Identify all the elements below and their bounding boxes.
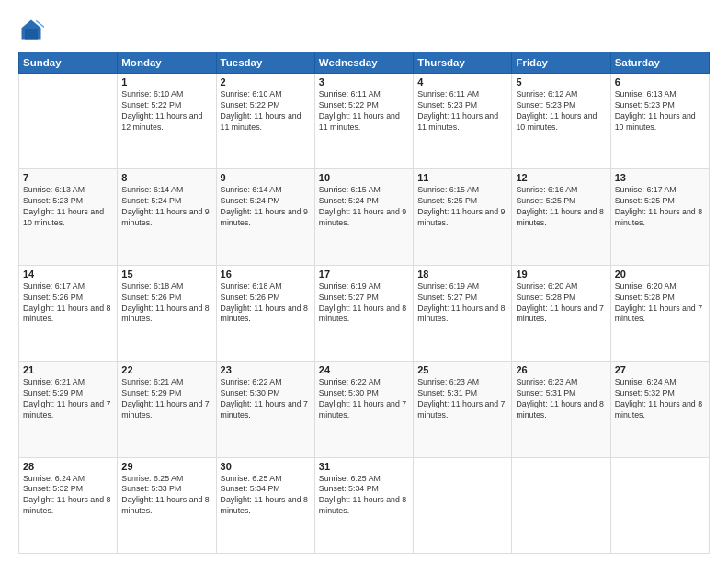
day-cell: 20Sunrise: 6:20 AMSunset: 5:28 PMDayligh… xyxy=(610,265,709,361)
day-info: Sunrise: 6:22 AMSunset: 5:30 PMDaylight:… xyxy=(319,377,409,421)
page: SundayMondayTuesdayWednesdayThursdayFrid… xyxy=(0,0,728,563)
day-info: Sunrise: 6:19 AMSunset: 5:27 PMDaylight:… xyxy=(319,282,409,326)
col-header-thursday: Thursday xyxy=(414,52,512,74)
day-info: Sunrise: 6:20 AMSunset: 5:28 PMDaylight:… xyxy=(615,282,705,326)
day-number: 31 xyxy=(319,461,409,472)
day-number: 30 xyxy=(221,461,311,472)
day-number: 23 xyxy=(221,364,311,375)
header xyxy=(18,17,710,42)
day-number: 19 xyxy=(516,269,606,280)
logo-icon xyxy=(18,17,44,42)
day-cell: 27Sunrise: 6:24 AMSunset: 5:32 PMDayligh… xyxy=(610,362,709,457)
logo xyxy=(18,17,48,42)
day-number: 20 xyxy=(615,269,705,280)
day-cell: 4Sunrise: 6:11 AMSunset: 5:23 PMDaylight… xyxy=(414,74,512,169)
day-cell: 2Sunrise: 6:10 AMSunset: 5:22 PMDaylight… xyxy=(216,74,314,169)
day-number: 22 xyxy=(121,364,211,375)
day-info: Sunrise: 6:21 AMSunset: 5:29 PMDaylight:… xyxy=(121,377,211,421)
day-number: 15 xyxy=(121,269,211,280)
day-info: Sunrise: 6:20 AMSunset: 5:28 PMDaylight:… xyxy=(516,282,606,326)
day-info: Sunrise: 6:25 AMSunset: 5:34 PMDaylight:… xyxy=(221,474,311,518)
week-row-2: 7Sunrise: 6:13 AMSunset: 5:23 PMDaylight… xyxy=(19,169,710,265)
day-cell: 10Sunrise: 6:15 AMSunset: 5:24 PMDayligh… xyxy=(314,169,413,265)
day-cell: 24Sunrise: 6:22 AMSunset: 5:30 PMDayligh… xyxy=(314,362,413,457)
week-row-1: 1Sunrise: 6:10 AMSunset: 5:22 PMDaylight… xyxy=(19,74,710,169)
day-info: Sunrise: 6:22 AMSunset: 5:30 PMDaylight:… xyxy=(221,377,311,421)
day-info: Sunrise: 6:10 AMSunset: 5:22 PMDaylight:… xyxy=(121,89,211,133)
day-info: Sunrise: 6:10 AMSunset: 5:22 PMDaylight:… xyxy=(221,89,311,133)
day-number: 2 xyxy=(221,76,311,87)
day-info: Sunrise: 6:23 AMSunset: 5:31 PMDaylight:… xyxy=(417,377,507,421)
week-row-4: 21Sunrise: 6:21 AMSunset: 5:29 PMDayligh… xyxy=(19,362,710,457)
week-row-5: 28Sunrise: 6:24 AMSunset: 5:32 PMDayligh… xyxy=(19,457,710,553)
day-number: 24 xyxy=(319,364,409,375)
day-number: 6 xyxy=(615,76,705,87)
day-number: 29 xyxy=(121,461,211,472)
day-info: Sunrise: 6:11 AMSunset: 5:23 PMDaylight:… xyxy=(417,89,507,133)
day-cell: 7Sunrise: 6:13 AMSunset: 5:23 PMDaylight… xyxy=(19,169,118,265)
day-cell: 8Sunrise: 6:14 AMSunset: 5:24 PMDaylight… xyxy=(118,169,216,265)
day-info: Sunrise: 6:25 AMSunset: 5:33 PMDaylight:… xyxy=(121,474,211,518)
day-number: 16 xyxy=(221,269,311,280)
col-header-saturday: Saturday xyxy=(610,52,709,74)
day-number: 17 xyxy=(319,269,409,280)
day-cell: 9Sunrise: 6:14 AMSunset: 5:24 PMDaylight… xyxy=(216,169,314,265)
header-row: SundayMondayTuesdayWednesdayThursdayFrid… xyxy=(19,52,710,74)
day-number: 25 xyxy=(417,364,507,375)
day-cell: 18Sunrise: 6:19 AMSunset: 5:27 PMDayligh… xyxy=(414,265,512,361)
day-number: 21 xyxy=(23,364,113,375)
day-cell: 31Sunrise: 6:25 AMSunset: 5:34 PMDayligh… xyxy=(314,457,413,553)
day-number: 28 xyxy=(23,461,113,472)
day-cell: 28Sunrise: 6:24 AMSunset: 5:32 PMDayligh… xyxy=(19,457,118,553)
col-header-tuesday: Tuesday xyxy=(216,52,314,74)
col-header-sunday: Sunday xyxy=(19,52,118,74)
day-cell: 30Sunrise: 6:25 AMSunset: 5:34 PMDayligh… xyxy=(216,457,314,553)
col-header-wednesday: Wednesday xyxy=(314,52,413,74)
day-cell: 13Sunrise: 6:17 AMSunset: 5:25 PMDayligh… xyxy=(610,169,709,265)
day-number: 9 xyxy=(221,172,311,183)
day-number: 5 xyxy=(516,76,606,87)
day-cell xyxy=(512,457,610,553)
day-info: Sunrise: 6:25 AMSunset: 5:34 PMDaylight:… xyxy=(319,474,409,518)
day-cell: 6Sunrise: 6:13 AMSunset: 5:23 PMDaylight… xyxy=(610,74,709,169)
day-cell: 17Sunrise: 6:19 AMSunset: 5:27 PMDayligh… xyxy=(314,265,413,361)
day-number: 7 xyxy=(23,172,113,183)
day-cell: 1Sunrise: 6:10 AMSunset: 5:22 PMDaylight… xyxy=(118,74,216,169)
day-cell xyxy=(19,74,118,169)
day-number: 10 xyxy=(319,172,409,183)
day-cell: 15Sunrise: 6:18 AMSunset: 5:26 PMDayligh… xyxy=(118,265,216,361)
day-info: Sunrise: 6:14 AMSunset: 5:24 PMDaylight:… xyxy=(221,185,311,229)
calendar-table: SundayMondayTuesdayWednesdayThursdayFrid… xyxy=(18,52,710,554)
day-info: Sunrise: 6:18 AMSunset: 5:26 PMDaylight:… xyxy=(121,282,211,326)
day-info: Sunrise: 6:11 AMSunset: 5:22 PMDaylight:… xyxy=(319,89,409,133)
day-cell: 14Sunrise: 6:17 AMSunset: 5:26 PMDayligh… xyxy=(19,265,118,361)
day-info: Sunrise: 6:23 AMSunset: 5:31 PMDaylight:… xyxy=(516,377,606,421)
day-number: 3 xyxy=(319,76,409,87)
day-info: Sunrise: 6:18 AMSunset: 5:26 PMDaylight:… xyxy=(221,282,311,326)
day-info: Sunrise: 6:17 AMSunset: 5:25 PMDaylight:… xyxy=(615,185,705,229)
svg-rect-2 xyxy=(25,29,38,40)
day-number: 27 xyxy=(615,364,705,375)
day-info: Sunrise: 6:13 AMSunset: 5:23 PMDaylight:… xyxy=(23,185,113,229)
day-cell: 26Sunrise: 6:23 AMSunset: 5:31 PMDayligh… xyxy=(512,362,610,457)
day-number: 13 xyxy=(615,172,705,183)
day-info: Sunrise: 6:21 AMSunset: 5:29 PMDaylight:… xyxy=(23,377,113,421)
day-number: 8 xyxy=(121,172,211,183)
day-info: Sunrise: 6:15 AMSunset: 5:25 PMDaylight:… xyxy=(417,185,507,229)
day-cell: 3Sunrise: 6:11 AMSunset: 5:22 PMDaylight… xyxy=(314,74,413,169)
day-info: Sunrise: 6:19 AMSunset: 5:27 PMDaylight:… xyxy=(417,282,507,326)
day-cell: 21Sunrise: 6:21 AMSunset: 5:29 PMDayligh… xyxy=(19,362,118,457)
day-info: Sunrise: 6:12 AMSunset: 5:23 PMDaylight:… xyxy=(516,89,606,133)
day-cell: 12Sunrise: 6:16 AMSunset: 5:25 PMDayligh… xyxy=(512,169,610,265)
col-header-monday: Monday xyxy=(118,52,216,74)
day-info: Sunrise: 6:15 AMSunset: 5:24 PMDaylight:… xyxy=(319,185,409,229)
day-cell: 19Sunrise: 6:20 AMSunset: 5:28 PMDayligh… xyxy=(512,265,610,361)
day-info: Sunrise: 6:13 AMSunset: 5:23 PMDaylight:… xyxy=(615,89,705,133)
day-number: 18 xyxy=(417,269,507,280)
day-number: 11 xyxy=(417,172,507,183)
day-cell: 25Sunrise: 6:23 AMSunset: 5:31 PMDayligh… xyxy=(414,362,512,457)
day-number: 14 xyxy=(23,269,113,280)
day-info: Sunrise: 6:24 AMSunset: 5:32 PMDaylight:… xyxy=(615,377,705,421)
day-info: Sunrise: 6:17 AMSunset: 5:26 PMDaylight:… xyxy=(23,282,113,326)
day-cell: 16Sunrise: 6:18 AMSunset: 5:26 PMDayligh… xyxy=(216,265,314,361)
